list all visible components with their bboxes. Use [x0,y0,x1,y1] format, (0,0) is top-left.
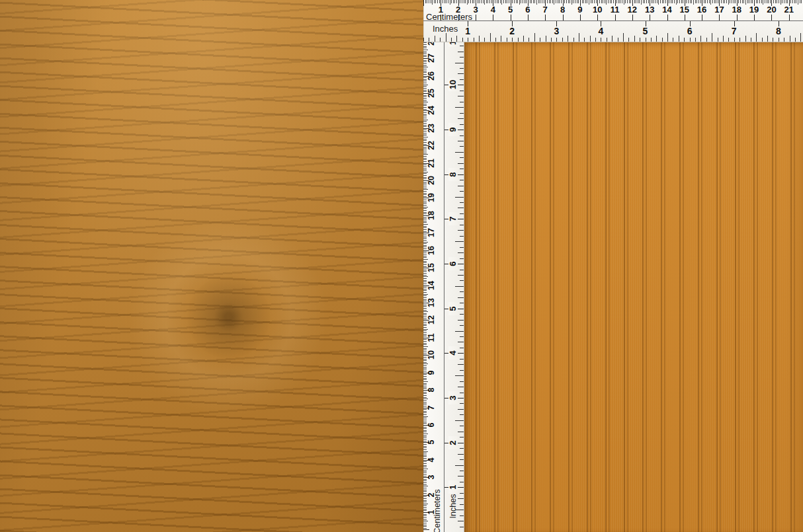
cm-tick [481,0,482,3]
cm-tick [578,0,579,3]
inch-tick [460,314,464,315]
inch-tick [446,33,446,42]
cm-tick [622,0,622,3]
inch-tick [623,33,624,42]
inch-tick [523,36,524,42]
cm-tick-major [771,15,772,20]
inch-tick [455,331,464,332]
cm-number rot: 4 [427,453,436,467]
cm-tick [456,0,457,3]
cm-tick [657,0,657,3]
cm-tick [620,0,620,3]
cm-tick [550,0,551,3]
inch-tick [745,36,746,42]
cm-number: 13 [642,5,657,15]
cm-tick [423,523,427,523]
cm-number: 6 [521,5,535,15]
cm-number: 15 [677,5,692,15]
cm-tick-major [719,15,720,20]
inch-number: 7 [448,212,458,225]
cm-tick [435,0,436,3]
inch-tick [460,236,464,237]
inch-tick [656,36,657,42]
cm-tick [634,0,635,3]
inch-number: 4 [593,26,608,36]
cm-tick [423,346,428,347]
cm-number rot: 23 [427,121,436,135]
cm-tick-major [685,15,685,20]
cm-tick [423,205,427,206]
inch-tick [423,38,424,42]
inch-tick [440,38,441,42]
inch-tick [460,359,464,360]
cm-tick [577,0,577,3]
inch-tick [723,36,724,42]
inch-tick [455,286,464,287]
cm-tick [479,0,480,3]
cm-tick [721,0,722,3]
cm-tick [443,0,443,3]
cm-number: 19 [747,5,761,15]
cm-tick-major [702,15,702,20]
inch-tick [595,38,596,42]
cm-tick [423,504,428,504]
cm-tick-major [754,15,755,20]
cm-tick [710,0,711,5]
inch-tick [756,33,757,42]
cm-tick [423,276,428,277]
cm-tick [671,0,671,3]
cm-tick [462,0,462,3]
cm-tick [693,0,694,5]
inch-tick [460,247,464,248]
cm-tick [446,0,446,3]
inch-tick [462,38,463,42]
cm-tick [431,0,431,3]
cm-tick [697,0,697,3]
cm-tick [487,0,488,3]
inch-tick [501,36,501,42]
cm-tick [773,0,774,3]
cm-tick [636,0,636,3]
inch-tick [458,454,464,455]
cm-tick [800,0,800,3]
cm-tick-major [597,15,598,20]
cm-number rot: 14 [427,278,436,293]
cm-tick [423,50,428,50]
cm-tick [534,0,535,3]
cm-tick [798,0,798,5]
inch-number: 2 [448,436,458,449]
inch-tick [458,498,464,499]
cm-tick [707,0,708,3]
inch-tick [779,38,779,42]
cm-tick-major [476,15,476,20]
cm-tick [464,0,464,3]
cm-tick-major [528,15,528,20]
cm-tick [486,0,487,3]
inch-tick [460,370,464,371]
inch-tick [534,33,535,42]
cm-number: 11 [608,5,622,15]
inch-tick [667,33,668,42]
cm-number rot: 28 [427,42,436,48]
inch-tick [458,364,464,365]
cm-tick [554,0,554,5]
cm-tick [484,0,485,5]
cm-tick [698,0,699,3]
cm-tick [451,0,452,3]
cm-number rot: 13 [427,295,436,310]
inch-number: 8 [448,168,458,181]
inch-tick [646,38,646,42]
cm-tick [519,0,520,5]
twisted-fabric-photo [0,0,423,532]
cm-tick [453,0,454,3]
cm-number rot: 6 [427,418,436,432]
inch-tick [458,252,464,253]
cm-tick [575,0,575,3]
cm-tick-major [563,15,564,20]
cm-tick [658,0,659,5]
inch-tick [455,152,464,153]
inch-tick [460,504,464,505]
inch-tick [458,387,464,387]
cm-tick [608,0,609,3]
cm-tick [768,0,769,3]
